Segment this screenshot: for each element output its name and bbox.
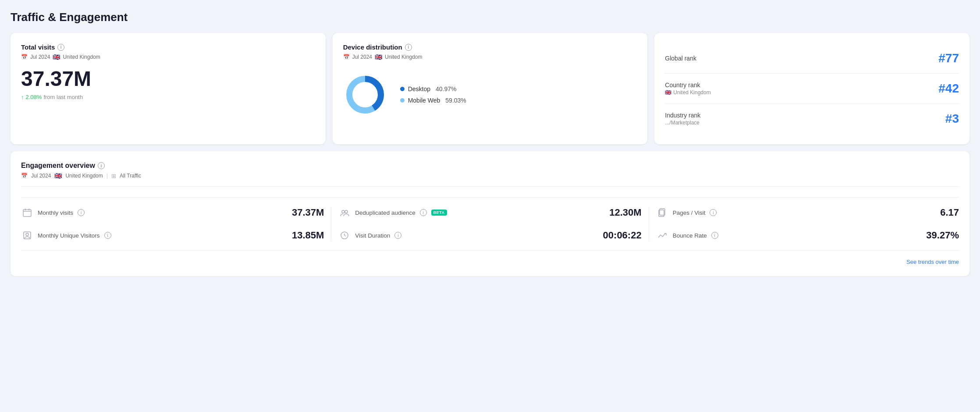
meta-separator: | xyxy=(107,173,108,179)
device-uk-flag: 🇬🇧 xyxy=(375,53,382,60)
visit-duration-value: 00:06:22 xyxy=(603,230,642,241)
engagement-meta: 📅 Jul 2024 🇬🇧 United Kingdom | ⊞ All Tra… xyxy=(21,172,959,187)
global-rank-label: Global rank xyxy=(665,55,696,62)
device-dist-label: Device distribution xyxy=(343,43,402,51)
svg-point-9 xyxy=(345,210,348,213)
monthly-unique-left: Monthly Unique Visitors i xyxy=(21,229,111,242)
monthly-visits-value: 37.37M xyxy=(292,207,324,218)
device-legend: Desktop 40.97% Mobile Web 59.03% xyxy=(400,85,466,104)
dedup-audience-icon xyxy=(338,206,351,219)
device-dist-meta: 📅 Jul 2024 🇬🇧 United Kingdom xyxy=(343,53,637,60)
device-card-inner: Desktop 40.97% Mobile Web 59.03% xyxy=(343,68,637,117)
donut-chart xyxy=(343,73,387,117)
metrics-section-1: Monthly visits i 37.37M Monthly Unique V… xyxy=(21,206,324,242)
device-dist-country: United Kingdom xyxy=(385,54,422,60)
dedup-audience-row: Deduplicated audience i BETA 12.30M xyxy=(338,206,641,219)
pages-visit-value: 6.17 xyxy=(940,207,959,218)
total-visits-info-icon[interactable]: i xyxy=(57,44,64,51)
country-rank-label: Country rank xyxy=(665,82,710,89)
country-rank-sublabel: 🇬🇧 United Kingdom xyxy=(665,89,710,96)
see-trends-link[interactable]: See trends over time xyxy=(906,259,959,265)
bounce-rate-label: Bounce Rate xyxy=(673,232,707,239)
total-visits-label: Total visits xyxy=(21,43,55,51)
uk-flag: 🇬🇧 xyxy=(53,53,60,60)
mobile-pct: 59.03% xyxy=(445,97,466,104)
industry-rank-label: Industry rank xyxy=(665,112,700,119)
desktop-label: Desktop xyxy=(408,85,430,92)
pages-visit-icon xyxy=(656,206,668,219)
total-visits-meta: 📅 Jul 2024 🇬🇧 United Kingdom xyxy=(21,53,315,60)
beta-badge: BETA xyxy=(431,210,447,216)
engagement-traffic: All Traffic xyxy=(120,173,141,179)
bounce-rate-row: Bounce Rate i 39.27% xyxy=(656,229,959,242)
col-divider-1 xyxy=(331,206,331,242)
visit-duration-left: Visit Duration i xyxy=(338,229,401,242)
total-visits-date: Jul 2024 xyxy=(30,54,50,60)
monthly-visits-info[interactable]: i xyxy=(78,209,85,216)
industry-rank-label-block: Industry rank .../Marketplace xyxy=(665,112,700,126)
dedup-audience-value: 12.30M xyxy=(609,207,641,218)
dedup-audience-info[interactable]: i xyxy=(420,209,427,216)
page-title: Traffic & Engagement xyxy=(11,11,969,24)
engagement-info-icon[interactable]: i xyxy=(98,162,105,169)
monthly-unique-value: 13.85M xyxy=(292,230,324,241)
monthly-unique-info[interactable]: i xyxy=(104,232,111,239)
calendar-icon: 📅 xyxy=(21,54,28,60)
global-rank-value: #77 xyxy=(938,51,959,65)
bounce-rate-left: Bounce Rate i xyxy=(656,229,718,242)
monthly-unique-label: Monthly Unique Visitors xyxy=(38,232,100,239)
pages-visit-label: Pages / Visit xyxy=(673,210,706,216)
bounce-rate-value: 39.27% xyxy=(926,230,959,241)
metrics-section-2: Deduplicated audience i BETA 12.30M V xyxy=(338,206,641,242)
bounce-rate-info[interactable]: i xyxy=(711,232,718,239)
device-dist-info-icon[interactable]: i xyxy=(405,44,412,51)
metrics-outer: Monthly visits i 37.37M Monthly Unique V… xyxy=(21,197,959,242)
mobile-dot xyxy=(400,98,405,103)
total-visits-header: Total visits i xyxy=(21,43,315,51)
svg-rect-2 xyxy=(23,210,31,217)
total-visits-card: Total visits i 📅 Jul 2024 🇬🇧 United King… xyxy=(11,33,326,144)
country-rank-label-block: Country rank 🇬🇧 United Kingdom xyxy=(665,82,710,96)
change-pct: 2.08% xyxy=(26,94,42,100)
engagement-date: Jul 2024 xyxy=(31,173,51,179)
total-visits-change: ↑ 2.08% from last month xyxy=(21,94,315,100)
engagement-country: United Kingdom xyxy=(65,173,103,179)
desktop-dot xyxy=(400,87,405,91)
total-visits-value: 37.37M xyxy=(21,68,315,89)
total-visits-country: United Kingdom xyxy=(63,54,100,60)
industry-rank-value: #3 xyxy=(945,112,959,126)
device-dist-header: Device distribution i xyxy=(343,43,637,51)
monthly-unique-row: Monthly Unique Visitors i 13.85M xyxy=(21,229,324,242)
rank-card: Global rank #77 Country rank 🇬🇧 United K… xyxy=(654,33,969,144)
dedup-audience-label: Deduplicated audience xyxy=(355,210,415,216)
visit-duration-row: Visit Duration i 00:06:22 xyxy=(338,229,641,242)
monthly-visits-left: Monthly visits i xyxy=(21,206,85,219)
desktop-legend-item: Desktop 40.97% xyxy=(400,85,466,92)
pages-visit-left: Pages / Visit i xyxy=(656,206,717,219)
mobile-legend-item: Mobile Web 59.03% xyxy=(400,97,466,104)
pages-visit-row: Pages / Visit i 6.17 xyxy=(656,206,959,219)
visit-duration-info[interactable]: i xyxy=(394,232,401,239)
bounce-rate-icon xyxy=(656,229,668,242)
country-flag-small: 🇬🇧 xyxy=(665,89,671,96)
engagement-cal-icon: 📅 xyxy=(21,173,28,179)
monthly-visits-label: Monthly visits xyxy=(38,210,73,216)
device-dist-date: Jul 2024 xyxy=(352,54,372,60)
svg-point-8 xyxy=(342,210,344,213)
change-label: from last month xyxy=(43,94,83,100)
engagement-label: Engagement overview xyxy=(21,162,95,170)
visit-duration-label: Visit Duration xyxy=(355,232,390,239)
engagement-header: Engagement overview i xyxy=(21,162,959,170)
pages-visit-info[interactable]: i xyxy=(710,209,717,216)
monthly-visits-row: Monthly visits i 37.37M xyxy=(21,206,324,219)
device-cal-icon: 📅 xyxy=(343,54,350,60)
see-trends-container: See trends over time xyxy=(21,250,959,266)
country-rank-row: Country rank 🇬🇧 United Kingdom #42 xyxy=(665,74,959,104)
col-divider-2 xyxy=(649,206,649,242)
visit-duration-icon xyxy=(338,229,351,242)
dedup-audience-left: Deduplicated audience i BETA xyxy=(338,206,447,219)
engagement-flag: 🇬🇧 xyxy=(54,172,62,179)
engagement-card: Engagement overview i 📅 Jul 2024 🇬🇧 Unit… xyxy=(11,151,969,276)
global-rank-label-block: Global rank xyxy=(665,55,696,62)
global-rank-row: Global rank #77 xyxy=(665,43,959,74)
